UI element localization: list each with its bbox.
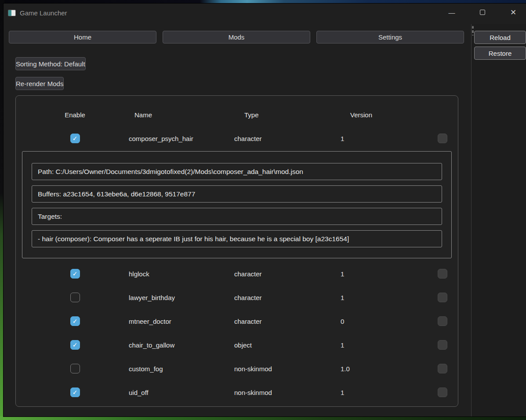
mod-version: 1	[339, 294, 422, 301]
sorting-method-button[interactable]: Sorting Method: Default	[15, 57, 86, 70]
mods-table-panel: Enable Name Type Version ✓ composer_psyc…	[15, 95, 458, 407]
mod-detail-panel: Path: C:/Users/Owner/Documents/3dmigotof…	[22, 151, 452, 258]
mod-secondary-checkbox[interactable]	[438, 316, 447, 326]
table-row[interactable]: ✓ custom_fog non-skinmod 1.0	[16, 357, 458, 380]
table-row[interactable]: ✓ composer_psych_hair character 1	[16, 127, 458, 150]
column-header-name: Name	[128, 111, 233, 119]
scrollbar-thumb[interactable]	[472, 26, 474, 36]
close-icon: ✕	[510, 8, 516, 17]
mod-name: uid_off	[128, 389, 233, 396]
check-icon: ✓	[73, 271, 78, 277]
mod-version: 0	[339, 318, 422, 325]
close-button[interactable]: ✕	[503, 4, 523, 21]
mod-detail-targets: Targets:	[32, 208, 442, 225]
check-icon: ✓	[73, 135, 78, 141]
tab-mods-label: Mods	[229, 33, 245, 41]
mod-type: object	[233, 341, 339, 349]
mod-version: 1	[339, 341, 422, 349]
table-header-row: Enable Name Type Version	[16, 103, 458, 127]
window-content: Home Mods Settings Sorting Method: Defau…	[4, 24, 526, 416]
mod-enable-checkbox[interactable]: ✓	[70, 134, 80, 143]
mod-type: character	[233, 294, 339, 301]
mod-name: mtneer_doctor	[128, 318, 233, 325]
mod-name: chair_to_gallow	[128, 341, 233, 349]
column-header-type: Type	[233, 111, 339, 119]
column-header-enable: Enable	[16, 111, 128, 119]
mod-version: 1.0	[339, 365, 422, 373]
table-row[interactable]: ✓ chair_to_gallow object 1	[16, 333, 458, 357]
titlebar: Game Launcher — ✕	[4, 4, 526, 24]
reload-button-label: Reload	[490, 34, 511, 41]
table-row[interactable]: ✓ lawyer_birthday character 1	[16, 286, 458, 309]
mod-detail-path: Path: C:/Users/Owner/Documents/3dmigotof…	[32, 163, 442, 180]
tab-settings[interactable]: Settings	[316, 31, 464, 43]
table-row[interactable]: ✓ mtneer_doctor character 0	[16, 309, 458, 333]
mod-name: composer_psych_hair	[128, 135, 233, 142]
maximize-icon	[480, 10, 485, 15]
minimize-button[interactable]: —	[442, 4, 462, 21]
mod-type: character	[233, 135, 339, 142]
side-panel: Reload Restore	[471, 24, 526, 416]
table-row[interactable]: ✓ hlglock character 1	[16, 262, 458, 286]
mod-name: custom_fog	[128, 365, 233, 373]
mod-enable-checkbox[interactable]: ✓	[70, 387, 80, 397]
tab-home[interactable]: Home	[9, 31, 156, 43]
mod-enable-checkbox[interactable]: ✓	[70, 364, 80, 373]
mod-enable-checkbox[interactable]: ✓	[70, 316, 80, 326]
mod-secondary-checkbox[interactable]	[438, 340, 447, 350]
mod-enable-checkbox[interactable]: ✓	[70, 340, 80, 350]
mod-type: non-skinmod	[233, 365, 339, 373]
check-icon: ✓	[73, 318, 78, 324]
mod-detail-buffers: Buffers: a23c1654, 613ebe6a, d6e12868, 9…	[32, 185, 442, 203]
mod-name: hlglock	[128, 270, 233, 278]
mod-enable-checkbox[interactable]: ✓	[70, 269, 80, 279]
mod-enable-checkbox[interactable]: ✓	[70, 293, 80, 302]
mod-name: lawyer_birthday	[128, 294, 233, 301]
app-icon	[8, 10, 16, 16]
restore-button[interactable]: Restore	[474, 47, 526, 60]
tab-home-label: Home	[74, 33, 91, 41]
desktop-wallpaper-bottom	[0, 416, 526, 420]
rerender-mods-button[interactable]: Re-render Mods	[15, 77, 64, 90]
mod-detail-target-item: - hair (composer): Composer has a sepera…	[32, 230, 442, 247]
rerender-mods-label: Re-render Mods	[16, 80, 63, 87]
check-icon: ✓	[73, 342, 78, 348]
tab-mods[interactable]: Mods	[163, 31, 310, 43]
tab-settings-label: Settings	[378, 33, 402, 41]
mod-secondary-checkbox[interactable]	[438, 293, 447, 302]
sorting-method-label: Sorting Method: Default	[16, 60, 85, 68]
restore-button-label: Restore	[489, 50, 512, 57]
mod-secondary-checkbox[interactable]	[438, 387, 447, 397]
game-launcher-window: Game Launcher — ✕ Home Mods Settings	[4, 4, 526, 416]
maximize-button[interactable]	[472, 4, 493, 21]
main-area: Home Mods Settings Sorting Method: Defau…	[4, 24, 471, 416]
mod-type: character	[233, 318, 339, 325]
window-title: Game Launcher	[20, 9, 67, 17]
check-icon: ✓	[73, 389, 78, 395]
mod-secondary-checkbox[interactable]	[438, 134, 447, 143]
mod-secondary-checkbox[interactable]	[438, 269, 447, 279]
mod-version: 1	[339, 135, 422, 142]
minimize-icon: —	[449, 9, 455, 16]
table-row[interactable]: ✓ uid_off non-skinmod 1	[16, 380, 458, 404]
reload-button[interactable]: Reload	[474, 31, 526, 44]
mod-secondary-checkbox[interactable]	[438, 364, 447, 373]
mod-type: non-skinmod	[233, 389, 339, 396]
tab-bar: Home Mods Settings	[4, 24, 471, 43]
mod-type: character	[233, 270, 339, 278]
mod-version: 1	[339, 389, 422, 396]
mod-version: 1	[339, 270, 422, 278]
column-header-version: Version	[339, 111, 422, 119]
